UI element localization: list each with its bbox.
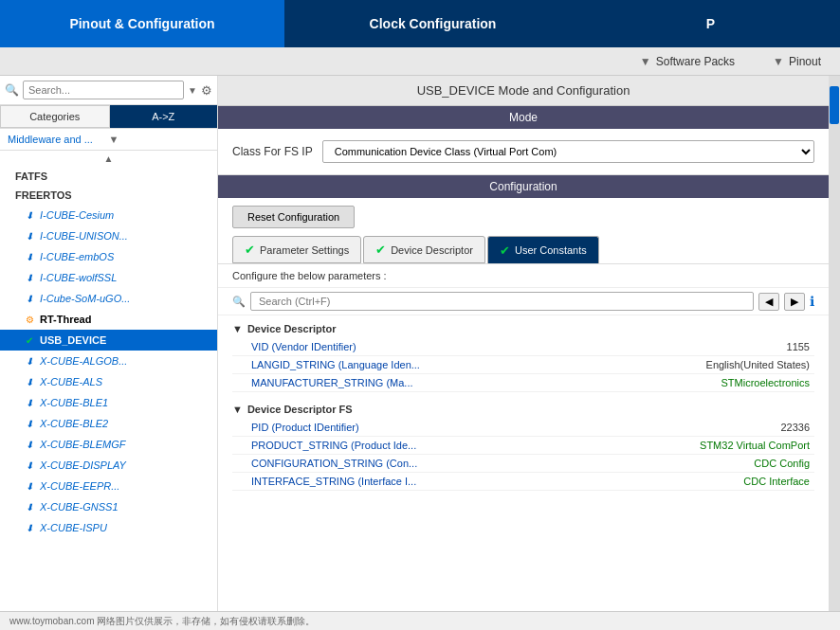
sidebar-item-xcube-display[interactable]: ⬇ X-CUBE-DISPLAY (0, 455, 217, 476)
param-name-interface-string: INTERFACE_STRING (Interface I... (251, 476, 743, 487)
sidebar-item-usb-device[interactable]: ✔ USB_DEVICE (0, 330, 217, 351)
config-tabs-row: ✔ Parameter Settings ✔ Device Descriptor… (218, 236, 829, 264)
download-icon: ⬇ (23, 292, 36, 305)
sidebar-item-xcube-als[interactable]: ⬇ X-CUBE-ALS (0, 371, 217, 392)
content-title: USB_DEVICE Mode and Configuration (218, 76, 829, 106)
param-name-langid: LANGID_STRING (Language Iden... (251, 359, 706, 370)
software-packs-nav[interactable]: ▼ Software Packs (621, 55, 754, 68)
expand-arrow-icon: ▼ (232, 323, 243, 334)
sidebar-dropdown-label: Middleware and ... (8, 134, 109, 145)
sidebar-item-xcube-gnss1[interactable]: ⬇ X-CUBE-GNSS1 (0, 496, 217, 517)
sidebar-item-icube-som-ugo[interactable]: ⬇ I-Cube-SoM-uGO... (0, 288, 217, 309)
config-section: Reset Configuration ✔ Parameter Settings… (218, 198, 829, 630)
params-area: Configure the below parameters : 🔍 ◀ ▶ ℹ… (218, 264, 829, 630)
sidebar-item-xcube-eepr[interactable]: ⬇ X-CUBE-EEPR... (0, 476, 217, 496)
download-icon: ⬇ (23, 208, 36, 222)
clock-config-tab[interactable]: Clock Configuration (284, 0, 581, 47)
icube-embos-label: I-CUBE-embOS (40, 251, 114, 262)
sidebar-item-xcube-ble1[interactable]: ⬇ X-CUBE-BLE1 (0, 392, 217, 413)
download-icon: ⬇ (23, 500, 36, 513)
pinout-config-label: Pinout & Configuration (69, 16, 214, 31)
reset-config-button[interactable]: Reset Configuration (232, 206, 355, 228)
xcube-display-label: X-CUBE-DISPLAY (40, 459, 126, 471)
tab-categories[interactable]: Categories (0, 105, 110, 128)
sidebar-item-rt-thread[interactable]: ⚙ RT-Thread (0, 309, 217, 330)
pinout-arrow: ▼ (773, 55, 784, 68)
sidebar-items-list: FATFS FREERTOS ⬇ I-CUBE-Cesium ⬇ I-CUBE-… (0, 167, 217, 630)
search-params-icon: 🔍 (232, 296, 246, 308)
content-area: USB_DEVICE Mode and Configuration Mode C… (218, 76, 829, 630)
search-icon: 🔍 (5, 83, 19, 97)
param-value-vid: 1155 (787, 341, 814, 352)
scrollbar-thumb[interactable] (830, 86, 839, 124)
freertos-label: FREERTOS (15, 189, 72, 201)
sidebar-item-icube-cesium[interactable]: ⬇ I-CUBE-Cesium (0, 205, 217, 225)
param-name-product-string: PRODUCT_STRING (Product Ide... (251, 440, 700, 451)
search-input[interactable] (23, 81, 184, 99)
software-packs-arrow: ▼ (640, 55, 651, 68)
sidebar: 🔍 ▼ ⚙ Categories A->Z Middleware and ...… (0, 76, 218, 630)
pinout-label: Pinout (789, 55, 821, 68)
device-descriptor-fs-tree-header[interactable]: ▼ Device Descriptor FS (232, 400, 814, 419)
sidebar-item-freertos[interactable]: FREERTOS (0, 186, 217, 205)
next-result-button[interactable]: ▶ (784, 293, 805, 311)
device-descriptor-tree-header[interactable]: ▼ Device Descriptor (232, 319, 814, 338)
table-row: PRODUCT_STRING (Product Ide... STM32 Vir… (232, 437, 814, 455)
xcube-ispu-label: X-CUBE-ISPU (40, 522, 107, 533)
sidebar-scroll-up[interactable]: ▲ (0, 151, 217, 167)
software-packs-label: Software Packs (656, 55, 735, 68)
download-icon: ⬇ (23, 396, 36, 409)
fatfs-label: FATFS (15, 171, 47, 182)
sidebar-dropdown-arrow-icon: ▼ (109, 134, 210, 145)
tab-a-to-z[interactable]: A->Z (110, 105, 218, 128)
xcube-blemgf-label: X-CUBE-BLEMGF (40, 439, 125, 450)
tab-parameter-settings[interactable]: ✔ Parameter Settings (232, 236, 361, 263)
xcube-ble1-label: X-CUBE-BLE1 (40, 397, 108, 408)
clock-config-label: Clock Configuration (370, 16, 497, 31)
device-descriptor-fs-group: ▼ Device Descriptor FS PID (Product IDen… (218, 396, 829, 495)
download-icon: ⬇ (23, 521, 36, 534)
prev-result-button[interactable]: ◀ (758, 293, 779, 311)
search-row: 🔍 ◀ ▶ ℹ (218, 288, 829, 315)
xcube-gnss1-label: X-CUBE-GNSS1 (40, 501, 119, 513)
tab-device-descriptor[interactable]: ✔ Device Descriptor (363, 236, 485, 263)
sidebar-item-icube-unison[interactable]: ⬇ I-CUBE-UNISON... (0, 225, 217, 246)
check-icon: ✔ (500, 243, 510, 258)
pinout-nav[interactable]: ▼ Pinout (754, 55, 840, 68)
param-name-pid: PID (Product IDentifier) (251, 422, 780, 433)
check-icon: ✔ (245, 243, 255, 257)
sidebar-item-xcube-ispu[interactable]: ⬇ X-CUBE-ISPU (0, 517, 217, 538)
check-icon: ✔ (375, 243, 386, 257)
second-navigation: ▼ Software Packs ▼ Pinout (0, 47, 840, 76)
pinout-config-tab[interactable]: Pinout & Configuration (0, 0, 284, 47)
rt-thread-label: RT-Thread (40, 314, 91, 325)
download-icon: ⬇ (23, 459, 36, 472)
sidebar-item-fatfs[interactable]: FATFS (0, 167, 217, 186)
right-nav[interactable]: P (581, 0, 840, 47)
sidebar-dropdown[interactable]: Middleware and ... ▼ (0, 129, 217, 151)
search-params-input[interactable] (250, 292, 754, 311)
sidebar-item-icube-wolfssl[interactable]: ⬇ I-CUBE-wolfSSL (0, 267, 217, 288)
param-name-config-string: CONFIGURATION_STRING (Con... (251, 458, 754, 469)
download-icon: ⬇ (23, 271, 36, 284)
sidebar-item-xcube-blemgf[interactable]: ⬇ X-CUBE-BLEMGF (0, 434, 217, 455)
sidebar-item-xcube-ble2[interactable]: ⬇ X-CUBE-BLE2 (0, 413, 217, 434)
tab-user-constants[interactable]: ✔ User Constants (487, 236, 599, 263)
bottom-url-text: www.toymoban.com 网络图片仅供展示，非存储，如有侵权请联系删除。 (9, 615, 315, 628)
dropdown-arrow-icon: ▼ (188, 85, 197, 96)
sidebar-item-icube-embos[interactable]: ⬇ I-CUBE-embOS (0, 246, 217, 267)
main-layout: 🔍 ▼ ⚙ Categories A->Z Middleware and ...… (0, 76, 840, 630)
info-icon[interactable]: ℹ (810, 294, 814, 309)
param-value-pid: 22336 (780, 422, 814, 433)
right-scrollbar[interactable] (829, 76, 840, 630)
params-header: Configure the below parameters : (218, 264, 829, 288)
download-icon: ⬇ (23, 229, 36, 243)
gear-icon[interactable]: ⚙ (201, 83, 212, 98)
table-row: MANUFACTURER_STRING (Ma... STMicroelectr… (232, 374, 814, 392)
usb-device-label: USB_DEVICE (40, 334, 106, 346)
sidebar-item-xcube-algob[interactable]: ⬇ X-CUBE-ALGOB... (0, 351, 217, 371)
param-value-langid: English(United States) (706, 359, 814, 370)
xcube-als-label: X-CUBE-ALS (40, 376, 102, 387)
class-select[interactable]: Communication Device Class (Virtual Port… (322, 140, 814, 163)
bottom-bar: www.toymoban.com 网络图片仅供展示，非存储，如有侵权请联系删除。 (0, 611, 840, 630)
